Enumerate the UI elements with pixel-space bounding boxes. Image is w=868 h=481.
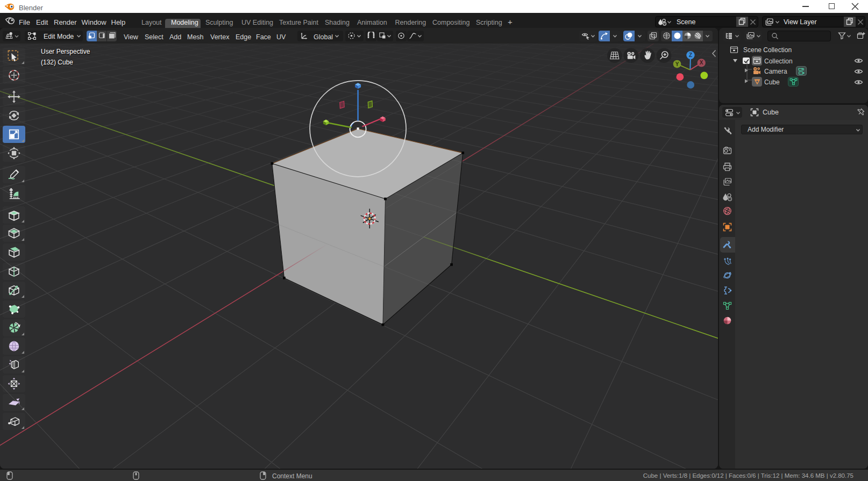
svg-text:User Perspective: User Perspective bbox=[41, 48, 90, 55]
svg-text:Z: Z bbox=[689, 52, 692, 58]
svg-text:Y: Y bbox=[675, 61, 679, 67]
svg-text:(132) Cube: (132) Cube bbox=[41, 59, 73, 66]
svg-text:X: X bbox=[700, 60, 703, 66]
